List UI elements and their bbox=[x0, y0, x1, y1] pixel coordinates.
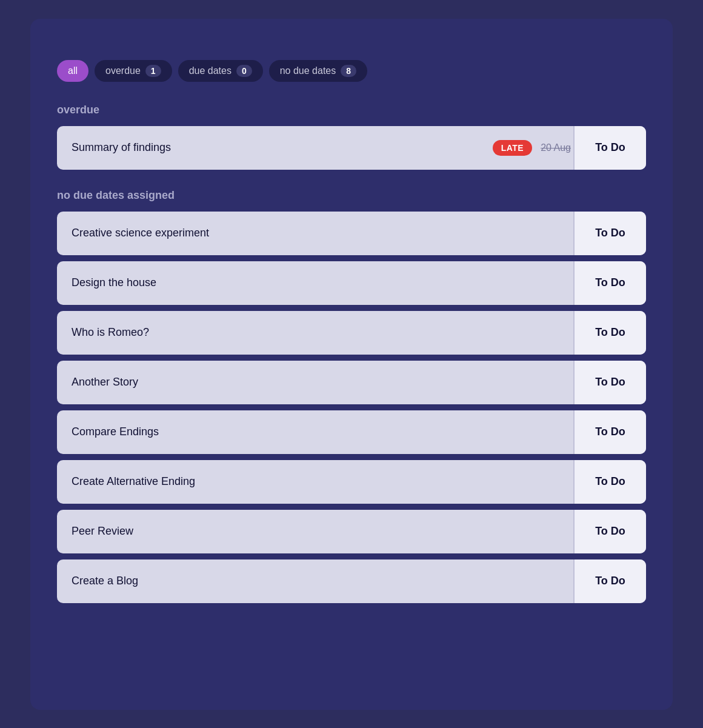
status-box[interactable]: To Do bbox=[573, 460, 646, 504]
filter-pill-no-due-dates[interactable]: no due dates8 bbox=[269, 60, 367, 82]
task-row[interactable]: Create Alternative EndingTo Do bbox=[57, 460, 646, 504]
task-name: Create Alternative Ending bbox=[57, 463, 573, 500]
section-overdue: overdueSummary of findingsLATE20 AugTo D… bbox=[57, 104, 646, 170]
task-row[interactable]: Compare EndingsTo Do bbox=[57, 410, 646, 454]
filter-count: 8 bbox=[341, 65, 356, 77]
task-meta: LATE20 Aug bbox=[493, 140, 573, 156]
section-title: overdue bbox=[57, 104, 646, 116]
task-row[interactable]: Peer ReviewTo Do bbox=[57, 510, 646, 553]
task-name: Who is Romeo? bbox=[57, 314, 573, 351]
late-badge: LATE bbox=[493, 140, 533, 156]
status-box[interactable]: To Do bbox=[573, 361, 646, 404]
task-name: Another Story bbox=[57, 364, 573, 401]
filter-pill-overdue[interactable]: overdue1 bbox=[95, 60, 172, 82]
task-row[interactable]: Create a BlogTo Do bbox=[57, 559, 646, 603]
task-row[interactable]: Another StoryTo Do bbox=[57, 361, 646, 404]
status-box[interactable]: To Do bbox=[573, 212, 646, 255]
section-title: no due dates assigned bbox=[57, 189, 646, 202]
task-name: Design the house bbox=[57, 264, 573, 301]
due-date: 20 Aug bbox=[541, 142, 571, 153]
status-box[interactable]: To Do bbox=[573, 311, 646, 355]
status-box[interactable]: To Do bbox=[573, 510, 646, 553]
status-box[interactable]: To Do bbox=[573, 559, 646, 603]
sections-container: overdueSummary of findingsLATE20 AugTo D… bbox=[57, 104, 646, 603]
filter-pill-all[interactable]: all bbox=[57, 60, 88, 82]
task-row[interactable]: Design the houseTo Do bbox=[57, 261, 646, 305]
status-box[interactable]: To Do bbox=[573, 261, 646, 305]
filter-bar: alloverdue1due dates0no due dates8 bbox=[57, 60, 646, 82]
task-name: Creative science experiment bbox=[57, 215, 573, 252]
task-name: Peer Review bbox=[57, 513, 573, 550]
task-row[interactable]: Summary of findingsLATE20 AugTo Do bbox=[57, 126, 646, 170]
status-box[interactable]: To Do bbox=[573, 410, 646, 454]
filter-label: no due dates bbox=[280, 65, 336, 76]
filter-count: 0 bbox=[236, 65, 252, 77]
filter-label: all bbox=[68, 65, 78, 76]
task-row[interactable]: Creative science experimentTo Do bbox=[57, 212, 646, 255]
task-name: Create a Blog bbox=[57, 563, 573, 599]
main-container: alloverdue1due dates0no due dates8 overd… bbox=[30, 19, 673, 710]
task-row[interactable]: Who is Romeo?To Do bbox=[57, 311, 646, 355]
filter-count: 1 bbox=[145, 65, 161, 77]
status-box[interactable]: To Do bbox=[573, 126, 646, 170]
filter-pill-due-dates[interactable]: due dates0 bbox=[178, 60, 263, 82]
task-name: Compare Endings bbox=[57, 413, 573, 450]
filter-label: due dates bbox=[189, 65, 232, 76]
section-no-due-dates: no due dates assignedCreative science ex… bbox=[57, 189, 646, 603]
filter-label: overdue bbox=[105, 65, 141, 76]
task-name: Summary of findings bbox=[57, 129, 493, 166]
